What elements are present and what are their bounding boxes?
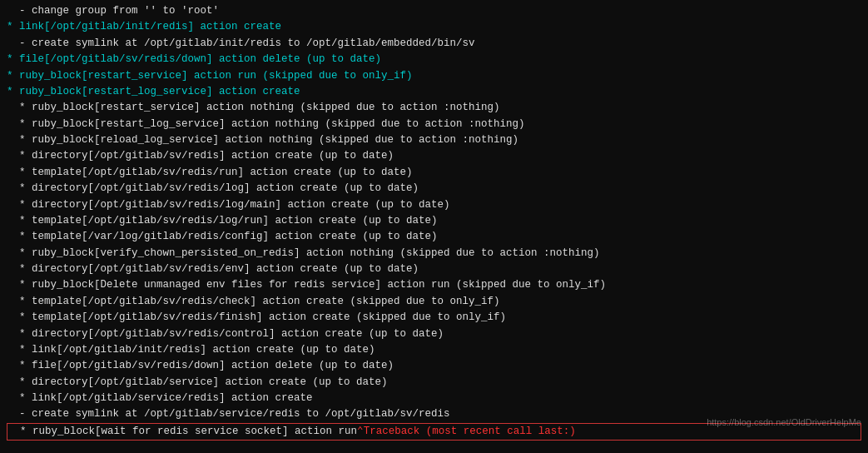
line-10: * directory[/opt/gitlab/sv/redis] action… — [7, 148, 861, 164]
line-1: - change group from '' to 'root' — [7, 3, 861, 19]
line-6: * ruby_block[restart_log_service] action… — [7, 84, 861, 100]
line-18: * ruby_block[Delete unmanaged env files … — [7, 277, 861, 293]
line-28 — [7, 441, 861, 453]
line-12: * directory[/opt/gitlab/sv/redis/log] ac… — [7, 181, 861, 197]
line-4: * file[/opt/gitlab/sv/redis/down] action… — [7, 52, 861, 67]
line-20: * template[/opt/gitlab/sv/redis/finish] … — [7, 310, 861, 326]
line-19: * template[/opt/gitlab/sv/redis/check] a… — [7, 294, 861, 310]
line-2: * link[/opt/gitlab/init/redis] action cr… — [7, 19, 861, 35]
line-23: * file[/opt/gitlab/sv/redis/down] action… — [7, 358, 861, 374]
line-22: * link[/opt/gitlab/init/redis] action cr… — [7, 342, 861, 358]
watermark: https://blog.csdn.net/OldDriverHelpMe — [707, 416, 861, 430]
line-7: * ruby_block[restart_service] action not… — [7, 100, 861, 116]
line-25: * link[/opt/gitlab/service/redis] action… — [7, 391, 861, 406]
terminal-window: - change group from '' to 'root' * link[… — [0, 0, 868, 453]
line-17: * directory[/opt/gitlab/sv/redis/env] ac… — [7, 261, 861, 277]
line-9: * ruby_block[reload_log_service] action … — [7, 132, 861, 148]
line-3: - create symlink at /opt/gitlab/init/red… — [7, 36, 861, 52]
line-11: * template[/opt/gitlab/sv/redis/run] act… — [7, 165, 861, 181]
line-13: * directory[/opt/gitlab/sv/redis/log/mai… — [7, 197, 861, 213]
line-14: * template[/opt/gitlab/sv/redis/log/run]… — [7, 213, 861, 229]
line-21: * directory[/opt/gitlab/sv/redis/control… — [7, 326, 861, 342]
line-15: * template[/var/log/gitlab/redis/config]… — [7, 229, 861, 245]
line-5: * ruby_block[restart_service] action run… — [7, 68, 861, 84]
line-16: * ruby_block[verify_chown_persisted_on_r… — [7, 246, 861, 261]
line-8: * ruby_block[restart_log_service] action… — [7, 117, 861, 132]
line-24: * directory[/opt/gitlab/service] action … — [7, 375, 861, 391]
